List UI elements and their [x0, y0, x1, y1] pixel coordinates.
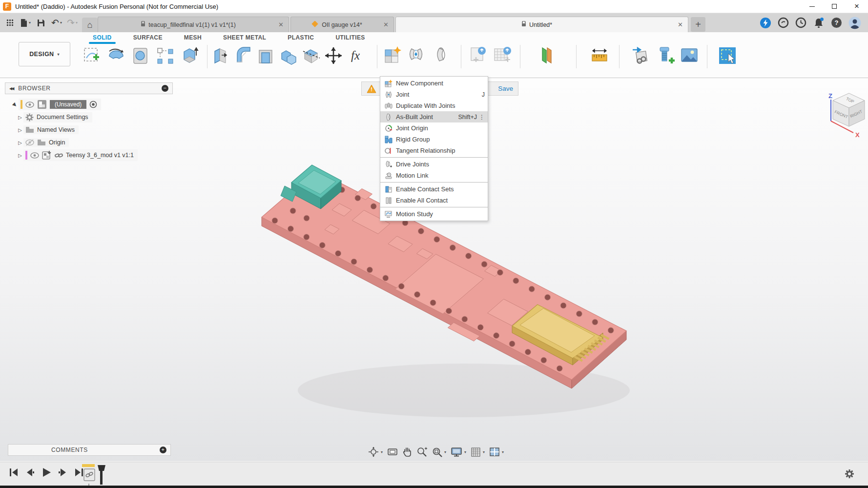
job-status-icon[interactable] — [778, 17, 789, 28]
help-icon[interactable]: ? — [831, 17, 842, 28]
pattern-button[interactable] — [154, 44, 176, 67]
timeline-go-to-start-button[interactable] — [9, 468, 19, 477]
create-sketch-button[interactable] — [81, 44, 103, 67]
avatar[interactable] — [848, 17, 861, 29]
browser-row-origin[interactable]: ▷ Origin — [17, 136, 173, 149]
primitive-cylinder-button[interactable] — [130, 44, 151, 67]
tab-mesh[interactable]: MESH — [173, 32, 212, 43]
visibility-eye-icon[interactable] — [30, 152, 39, 159]
menu-item-motion-link[interactable]: Motion Link — [380, 170, 488, 181]
extrude-button[interactable] — [179, 44, 200, 67]
look-at-button[interactable] — [387, 447, 398, 456]
menu-item-enable-all-contact[interactable]: Enable All Contact — [380, 195, 488, 206]
insert-fastener-button[interactable] — [654, 44, 676, 67]
tab-sheet-metal[interactable]: SHEET METAL — [212, 32, 277, 43]
menu-item-tangent-relationship[interactable]: Tangent Relationship — [380, 145, 488, 156]
move-copy-button[interactable] — [323, 44, 343, 67]
expand-icon[interactable]: ▷ — [17, 127, 23, 133]
file-menu-button[interactable]: ▾ — [19, 16, 32, 30]
visibility-eye-icon[interactable] — [25, 102, 34, 108]
collapse-panel-icon[interactable]: ◀◀ — [9, 86, 13, 91]
menu-item-rigid-group[interactable]: Rigid Group — [380, 134, 488, 145]
viewports-button[interactable]: ▾ — [489, 447, 504, 457]
configuration-table-button[interactable] — [492, 44, 513, 67]
more-options-icon[interactable]: ⋮ — [479, 114, 485, 120]
tab-close-icon[interactable]: ✕ — [278, 21, 284, 28]
tab-surface[interactable]: SURFACE — [123, 32, 173, 43]
clock-icon[interactable] — [795, 17, 806, 28]
grid-snap-button[interactable]: ▾ — [471, 447, 485, 457]
activate-component-radio-icon[interactable] — [89, 101, 97, 108]
menu-item-joint-origin[interactable]: Joint Origin — [380, 122, 488, 134]
doc-tab-teacup[interactable]: teacup_filledfinal v1(1) v1 v1*(1) ✕ — [98, 17, 289, 32]
menu-item-as-built-joint[interactable]: As-Built Joint Shift+J ⋮ — [380, 111, 488, 122]
expand-comments-icon[interactable]: + — [160, 447, 166, 453]
root-component-name[interactable]: (Unsaved) — [50, 100, 86, 109]
tab-utilities[interactable]: UTILITIES — [325, 32, 375, 43]
tab-close-icon[interactable]: ✕ — [678, 21, 683, 28]
new-component-button[interactable] — [381, 44, 403, 67]
select-button[interactable] — [717, 44, 738, 67]
maximize-button[interactable] — [823, 0, 846, 13]
construct-plane-button[interactable] — [536, 44, 557, 67]
menu-item-joint[interactable]: Joint J — [380, 89, 488, 100]
comments-header[interactable]: COMMENTS + — [8, 444, 171, 456]
doc-tab-label: Untitled* — [529, 21, 552, 28]
expand-icon[interactable]: ▷ — [17, 140, 23, 145]
tab-solid[interactable]: SOLID — [82, 32, 123, 43]
collapse-all-icon[interactable]: − — [162, 85, 168, 92]
minimize-button[interactable] — [801, 0, 823, 13]
split-body-button[interactable] — [301, 44, 320, 67]
tab-close-icon[interactable]: ✕ — [383, 21, 389, 28]
new-tab-button[interactable]: + — [691, 17, 705, 32]
notification-bell-icon[interactable] — [813, 17, 825, 29]
browser-row-document-settings[interactable]: ▷ Document Settings — [17, 111, 173, 123]
menu-item-enable-contact-sets[interactable]: Enable Contact Sets — [380, 183, 488, 195]
browser-row-named-views[interactable]: ▷ Named Views — [17, 123, 173, 136]
pan-button[interactable] — [402, 447, 412, 457]
visibility-off-eye-icon[interactable] — [25, 139, 34, 146]
redo-button[interactable]: ↷▾ — [65, 16, 79, 30]
zoom-button[interactable] — [416, 447, 427, 457]
insert-canvas-button[interactable] — [679, 44, 700, 67]
expand-icon[interactable]: ▷ — [17, 153, 23, 158]
browser-row-root[interactable]: ▶ (Unsaved) — [5, 98, 173, 111]
close-button[interactable]: × — [846, 0, 868, 13]
display-settings-button[interactable]: ▾ — [451, 447, 466, 457]
menu-item-motion-study[interactable]: Motion Study — [380, 208, 488, 220]
doc-tab-oil-gauge[interactable]: OIl gauge v14* ✕ — [290, 17, 394, 32]
measure-button[interactable] — [589, 44, 610, 67]
timeline-step-back-button[interactable] — [25, 468, 35, 477]
timeline-settings-gear-icon[interactable] — [845, 469, 854, 479]
app-grid-icon[interactable] — [3, 16, 17, 30]
timeline-step-forward-button[interactable] — [58, 468, 68, 477]
as-built-joint-button[interactable] — [430, 44, 452, 67]
orbit-button[interactable]: ▾ — [368, 447, 383, 457]
doc-tab-untitled[interactable]: Untitled* ✕ — [395, 17, 688, 32]
extension-icon[interactable] — [760, 17, 771, 29]
press-pull-button[interactable] — [211, 44, 230, 67]
expand-icon[interactable]: ▷ — [17, 115, 23, 120]
combine-button[interactable] — [278, 44, 298, 67]
menu-item-new-component[interactable]: New Component — [380, 78, 488, 89]
save-link[interactable]: Save — [498, 85, 513, 92]
timeline-play-button[interactable] — [41, 467, 52, 478]
timeline-feature-marker[interactable] — [81, 463, 110, 486]
tab-plastic[interactable]: PLASTIC — [277, 32, 325, 43]
configure-document-button[interactable] — [467, 44, 489, 67]
shell-button[interactable] — [256, 44, 275, 67]
undo-button[interactable]: ↶▾ — [50, 16, 63, 30]
fillet-button[interactable] — [233, 44, 253, 67]
fit-button[interactable]: ▾ — [432, 447, 446, 457]
view-cube[interactable]: Z X TOP FRONT RIGHT — [828, 92, 865, 139]
home-button[interactable]: ⌂ — [82, 18, 98, 32]
browser-row-teensy[interactable]: ▷ Teensy 3_6_mod v1 v1:1 — [17, 149, 173, 162]
browser-header[interactable]: ◀◀ BROWSER − — [5, 82, 173, 94]
change-parameters-button[interactable]: fx — [346, 44, 365, 67]
insert-derive-button[interactable] — [630, 44, 651, 67]
joint-button[interactable] — [406, 44, 427, 67]
save-icon[interactable] — [34, 16, 48, 30]
revolve-button[interactable] — [105, 44, 127, 67]
menu-item-duplicate-with-joints[interactable]: Duplicate With Joints — [380, 100, 488, 111]
menu-item-drive-joints[interactable]: Drive Joints — [380, 159, 488, 170]
